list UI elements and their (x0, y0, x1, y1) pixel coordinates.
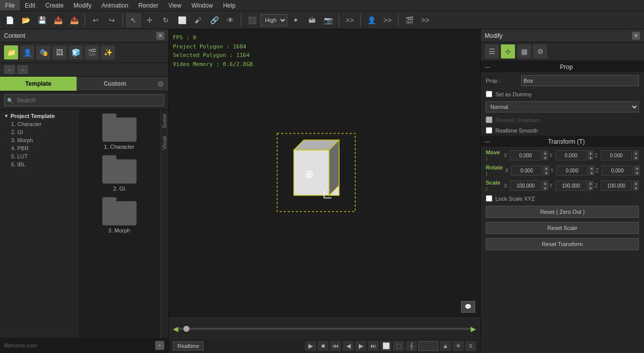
note-button[interactable]: 𝄞 (406, 341, 417, 351)
visual-label[interactable]: Visual (161, 132, 168, 154)
reset-transform-button[interactable]: Reset Transform (486, 238, 639, 250)
rotate-z-up[interactable]: ▲ (634, 165, 640, 170)
new-file-button[interactable]: 📄 (2, 13, 17, 27)
modify-shader-button[interactable]: ▦ (517, 44, 531, 58)
modify-settings-button[interactable]: ⚙ (533, 44, 547, 58)
redo-button[interactable]: ↪ (104, 13, 119, 27)
viewport-comment-button[interactable]: 💬 (461, 301, 475, 313)
rotate-button[interactable]: ↻ (158, 13, 173, 27)
content-close-button[interactable]: ✕ (156, 32, 164, 40)
timeline-slider[interactable] (178, 328, 471, 330)
move-y-input[interactable] (555, 150, 587, 160)
move-x-down[interactable]: ▼ (542, 155, 548, 160)
stop-button[interactable]: ■ (317, 341, 329, 351)
breadcrumb-back[interactable]: ← (4, 65, 15, 74)
select-button[interactable]: ↖ (126, 13, 141, 27)
tree-item-lut[interactable]: 5. LUT (0, 152, 78, 160)
move-x-up[interactable]: ▲ (542, 150, 548, 155)
cam-button[interactable]: 📷 (320, 13, 336, 27)
set-as-dummy-checkbox[interactable] (486, 91, 492, 97)
scale-button[interactable]: ⬜ (174, 13, 189, 27)
image-icon-button[interactable]: 🖼 (52, 45, 67, 60)
mode-button[interactable]: ⬚ (393, 341, 404, 351)
tree-root[interactable]: ▼ Project Template (0, 112, 78, 120)
tree-item-morph[interactable]: 3. Morph (0, 136, 78, 144)
receive-shadows-checkbox[interactable] (486, 116, 492, 123)
rotate-z-down[interactable]: ▼ (634, 170, 640, 175)
menu-edit[interactable]: Edit (20, 0, 40, 11)
scale-y-up[interactable]: ▲ (588, 181, 594, 186)
save-button[interactable]: 💾 (34, 13, 49, 27)
scale-z-input[interactable] (601, 181, 632, 191)
custom-tab[interactable]: Custom (77, 77, 153, 91)
next-frame-button[interactable]: ▶ (355, 341, 366, 351)
menu-window[interactable]: Window (186, 0, 218, 11)
normal-dropdown[interactable]: Normal (486, 101, 639, 112)
obj-icon-button[interactable]: 🧊 (69, 45, 83, 60)
modify-close-button[interactable]: ✕ (632, 32, 640, 40)
tree-item-ibl[interactable]: 6. IBL (0, 160, 78, 168)
next-key-button[interactable]: ⏭ (368, 341, 379, 351)
search-input[interactable] (4, 94, 164, 106)
frame-up-button[interactable]: ▲ (440, 341, 451, 351)
rotate-x-up[interactable]: ▲ (543, 165, 549, 170)
reset-zero-button[interactable]: Reset ( Zero Out ) (486, 206, 639, 218)
menu-help[interactable]: Help (218, 0, 241, 11)
move-z-input[interactable] (601, 150, 632, 160)
anim-button[interactable]: 🎬 (402, 13, 417, 27)
tab-options-button[interactable]: ⊙ (153, 77, 168, 91)
tree-item-gi[interactable]: 2. GI (0, 128, 78, 136)
realtime-button[interactable]: Realtime (173, 341, 204, 350)
scene-icon-button[interactable]: 🎭 (36, 45, 50, 60)
menu-create[interactable]: Create (40, 0, 69, 11)
menu-view[interactable]: View (163, 0, 186, 11)
rotate-x-down[interactable]: ▼ (543, 170, 549, 175)
rotate-y-up[interactable]: ▲ (589, 165, 595, 170)
move-y-up[interactable]: ▲ (588, 150, 594, 155)
move-y-down[interactable]: ▼ (588, 155, 594, 160)
scale-x-up[interactable]: ▲ (542, 181, 548, 186)
play-button[interactable]: ▶ (305, 341, 316, 351)
transform-section-header[interactable]: — Transform (T) (481, 136, 644, 148)
folder-icon-button[interactable]: 📁 (4, 45, 18, 60)
reset-scale-button[interactable]: Reset Scale (486, 222, 639, 234)
move-z-up[interactable]: ▲ (633, 150, 639, 155)
fx-icon-button[interactable]: ✨ (101, 45, 115, 60)
grid-item-character[interactable]: 1. Character (82, 114, 156, 150)
move-z-down[interactable]: ▼ (633, 155, 639, 160)
grid-item-gi[interactable]: 2. GI (82, 156, 156, 192)
scale-z-up[interactable]: ▲ (633, 181, 639, 186)
grid-item-morph[interactable]: 3. Morph (82, 198, 156, 233)
scale-y-input[interactable] (555, 181, 587, 191)
prop-value-input[interactable] (521, 75, 639, 86)
realtime-smooth-checkbox[interactable] (486, 127, 492, 134)
rotate-y-down[interactable]: ▼ (589, 170, 595, 175)
add-button[interactable]: + (155, 341, 164, 350)
tree-item-pbr[interactable]: 4. PBR (0, 144, 78, 152)
move-button[interactable]: ✛ (142, 13, 157, 27)
paint-button[interactable]: 🖌 (190, 13, 206, 27)
move-x-input[interactable] (510, 150, 541, 160)
menu-file[interactable]: File (0, 0, 20, 11)
template-tab[interactable]: Template (0, 77, 77, 91)
quality-select[interactable]: High (261, 14, 287, 26)
prev-frame-button[interactable]: ◀ (343, 341, 354, 351)
scale-y-down[interactable]: ▼ (588, 186, 594, 191)
import-button[interactable]: 📥 (50, 13, 66, 27)
modify-properties-button[interactable]: ☰ (485, 44, 499, 58)
frame-input[interactable]: 1 (418, 341, 438, 351)
person-icon-button[interactable]: 👤 (20, 45, 34, 60)
prev-key-button[interactable]: ⏮ (330, 341, 341, 351)
scene-label[interactable]: Scene (161, 110, 168, 132)
rotate-z-input[interactable] (602, 165, 633, 175)
char-button[interactable]: 👤 (364, 13, 379, 27)
record-button[interactable]: ≡ (465, 341, 476, 351)
menu-animation[interactable]: Animation (96, 0, 133, 11)
view-button[interactable]: 👁 (223, 13, 238, 27)
modify-transform-button[interactable]: ⊹ (501, 44, 515, 58)
scale-x-down[interactable]: ▼ (542, 186, 548, 191)
snap-button[interactable]: 🔗 (207, 13, 222, 27)
menu-render[interactable]: Render (134, 0, 163, 11)
lock-scale-checkbox[interactable] (486, 195, 492, 202)
breadcrumb-forward[interactable]: → (17, 65, 28, 74)
